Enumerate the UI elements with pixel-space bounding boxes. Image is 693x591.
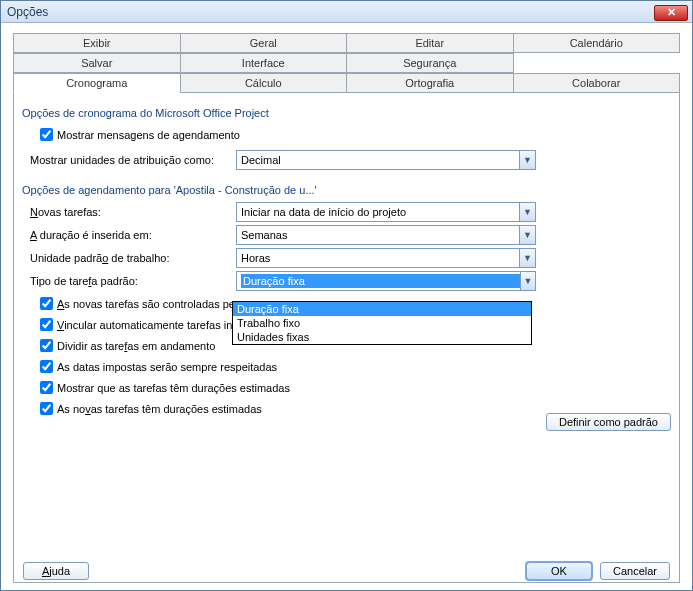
task-type-option[interactable]: Duração fixa	[233, 302, 531, 316]
duration-in-select[interactable]: Semanas ▼	[236, 225, 536, 245]
task-type-value: Duração fixa	[241, 274, 520, 288]
task-type-label: Tipo de tarefa padrão:	[30, 275, 236, 287]
task-type-option[interactable]: Unidades fixas	[233, 330, 531, 344]
chk-show-estimated[interactable]	[40, 381, 53, 394]
chk-autolink-label: Vincular automaticamente tarefas in	[57, 319, 232, 331]
set-default-button[interactable]: Definir como padrão	[546, 413, 671, 431]
cancel-button[interactable]: Cancelar	[600, 562, 670, 580]
chk-split-label: Dividir as tarefas em andamento	[57, 340, 215, 352]
new-tasks-select[interactable]: Iniciar na data de início do projeto ▼	[236, 202, 536, 222]
duration-in-value: Semanas	[241, 229, 287, 241]
task-type-dropdown[interactable]: Duração fixa Trabalho fixo Unidades fixa…	[232, 301, 532, 345]
chk-new-est-label: As novas tarefas têm durações estimadas	[57, 403, 262, 415]
dialog-button-bar: Ajuda OK Cancelar	[1, 562, 692, 580]
tab-ortografia[interactable]: Ortografia	[346, 73, 514, 93]
chk-effort-driven[interactable]	[40, 297, 53, 310]
help-button[interactable]: Ajuda	[23, 562, 89, 580]
tab-salvar[interactable]: Salvar	[13, 53, 181, 73]
chevron-down-icon: ▼	[519, 226, 535, 244]
titlebar: Opções ✕	[1, 1, 692, 23]
show-units-label: Mostrar unidades de atribuição como:	[30, 154, 236, 166]
tab-exibir[interactable]: Exibir	[13, 33, 181, 53]
section2-title: Opções de agendamento para 'Apostila - C…	[22, 184, 671, 196]
tab-cronograma[interactable]: Cronograma	[13, 73, 181, 93]
chevron-down-icon: ▼	[519, 151, 535, 169]
chk-show-sched-msgs[interactable]	[40, 128, 53, 141]
show-units-value: Decimal	[241, 154, 281, 166]
ok-button[interactable]: OK	[526, 562, 592, 580]
chk-effort-label: As novas tarefas são controladas pe	[57, 298, 235, 310]
work-unit-select[interactable]: Horas ▼	[236, 248, 536, 268]
chk-constraints-label: As datas impostas serão sempre respeitad…	[57, 361, 277, 373]
section1-title: Opções de cronograma do Microsoft Office…	[22, 107, 671, 119]
chk-show-sched-msgs-label: Mostrar mensagens de agendamento	[57, 129, 240, 141]
tab-calendario[interactable]: Calendário	[513, 33, 681, 53]
task-type-option[interactable]: Trabalho fixo	[233, 316, 531, 330]
tab-interface[interactable]: Interface	[180, 53, 348, 73]
chevron-down-icon: ▼	[520, 272, 535, 290]
work-unit-value: Horas	[241, 252, 270, 264]
tabs: Exibir Geral Editar Calendário Salvar In…	[1, 23, 692, 93]
chk-new-estimated[interactable]	[40, 402, 53, 415]
duration-in-label: A duração é inserida em:	[30, 229, 236, 241]
show-units-select[interactable]: Decimal ▼	[236, 150, 536, 170]
chk-split[interactable]	[40, 339, 53, 352]
new-tasks-label: Novas tarefas:	[30, 206, 236, 218]
chk-constraints[interactable]	[40, 360, 53, 373]
tab-calculo[interactable]: Cálculo	[180, 73, 348, 93]
tab-seguranca[interactable]: Segurança	[346, 53, 514, 73]
window-title: Opções	[7, 5, 48, 19]
task-type-select[interactable]: Duração fixa ▼	[236, 271, 536, 291]
chevron-down-icon: ▼	[519, 203, 535, 221]
close-icon[interactable]: ✕	[654, 5, 688, 21]
options-dialog: Opções ✕ Exibir Geral Editar Calendário …	[0, 0, 693, 591]
work-unit-label: Unidade padrão de trabalho:	[30, 252, 236, 264]
chevron-down-icon: ▼	[519, 249, 535, 267]
tab-colaborar[interactable]: Colaborar	[513, 73, 681, 93]
new-tasks-value: Iniciar na data de início do projeto	[241, 206, 406, 218]
chk-autolink[interactable]	[40, 318, 53, 331]
tab-geral[interactable]: Geral	[180, 33, 348, 53]
chk-show-est-label: Mostrar que as tarefas têm durações esti…	[57, 382, 290, 394]
tab-editar[interactable]: Editar	[346, 33, 514, 53]
tab-panel-cronograma: Opções de cronograma do Microsoft Office…	[13, 93, 680, 583]
